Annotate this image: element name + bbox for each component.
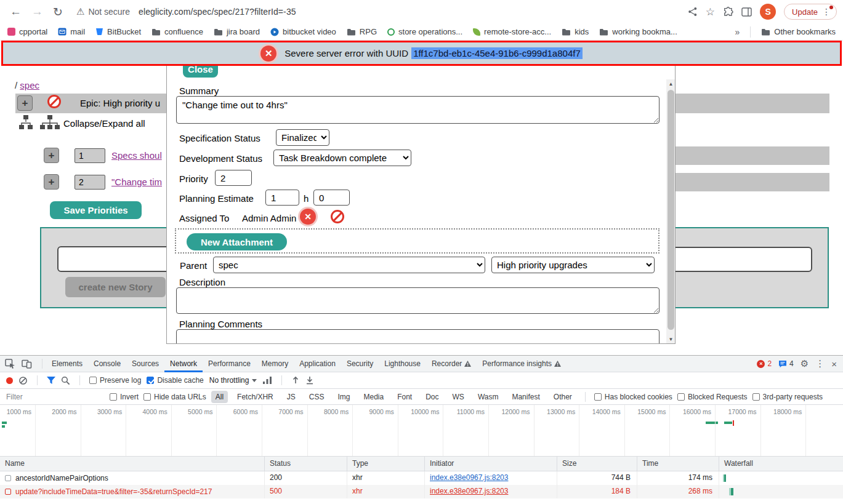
- tab-lighthouse[interactable]: Lighthouse: [379, 356, 426, 372]
- spec-row-2-link[interactable]: "Change tim: [111, 177, 162, 187]
- has-blocked-cookies-checkbox[interactable]: Has blocked cookies: [594, 393, 672, 401]
- create-new-story-button[interactable]: create new Story: [65, 277, 166, 297]
- preserve-log-checkbox[interactable]: Preserve log: [89, 376, 141, 385]
- parent-type-select[interactable]: spec: [213, 257, 485, 273]
- request-initiator-link[interactable]: index.e38e0967.js:8203: [430, 487, 508, 495]
- profile-avatar[interactable]: S: [760, 4, 776, 20]
- bookmark-working-bookmarks[interactable]: working bookma...: [599, 27, 677, 36]
- filter-type-js[interactable]: JS: [283, 391, 300, 403]
- side-panel-icon[interactable]: [741, 7, 752, 17]
- bookmark-remote-store[interactable]: remote-store-acc...: [473, 27, 551, 36]
- filter-type-media[interactable]: Media: [359, 391, 388, 403]
- network-conditions-icon[interactable]: [262, 376, 272, 385]
- console-errors-badge[interactable]: × 2: [757, 359, 772, 368]
- tab-elements[interactable]: Elements: [46, 356, 88, 372]
- save-priorities-button[interactable]: Save Priorities: [50, 201, 142, 219]
- search-icon[interactable]: [61, 376, 70, 385]
- new-story-title-input-right[interactable]: [654, 247, 812, 272]
- network-timeline[interactable]: 1000 ms2000 ms3000 ms4000 ms5000 ms6000 …: [0, 405, 843, 457]
- back-button[interactable]: ←: [10, 5, 22, 18]
- tab-sources[interactable]: Sources: [126, 356, 164, 372]
- bookmarks-overflow-chevron[interactable]: »: [735, 27, 740, 37]
- description-input[interactable]: [176, 287, 659, 314]
- epic-expand-plus-button[interactable]: +: [17, 95, 33, 111]
- bookmark-star-icon[interactable]: ☆: [706, 6, 715, 18]
- inspect-element-icon[interactable]: [5, 359, 15, 369]
- tab-console[interactable]: Console: [88, 356, 126, 372]
- priority-input[interactable]: [215, 170, 252, 186]
- site-security-indicator[interactable]: ⚠ Not secure: [76, 6, 130, 17]
- bookmark-mail[interactable]: mail: [58, 27, 85, 36]
- spec-row-1-plus-button[interactable]: +: [44, 148, 59, 163]
- parent-item-select[interactable]: High priority upgrades: [491, 257, 655, 273]
- tab-performance[interactable]: Performance: [203, 356, 256, 372]
- tab-recorder[interactable]: Recorder: [426, 356, 477, 372]
- bookmark-kids[interactable]: kids: [562, 27, 589, 36]
- summary-input[interactable]: [176, 96, 659, 124]
- bookmark-jira-board[interactable]: jira board: [214, 27, 260, 36]
- reload-button[interactable]: ↻: [53, 5, 63, 19]
- estimate-hours-input[interactable]: [265, 190, 299, 206]
- filter-type-all[interactable]: All: [211, 391, 228, 403]
- column-header-waterfall[interactable]: Waterfall: [719, 457, 843, 471]
- filter-type-wasm[interactable]: Wasm: [474, 391, 503, 403]
- assignee-prohibited-icon[interactable]: [331, 210, 344, 223]
- chrome-update-button[interactable]: Update ⋮: [784, 4, 837, 20]
- column-header-type[interactable]: Type: [347, 457, 425, 471]
- tab-application[interactable]: Application: [294, 356, 341, 372]
- specification-status-select[interactable]: Finalized: [276, 129, 329, 146]
- spec-row-1-link[interactable]: Specs shoul: [111, 150, 162, 161]
- request-initiator-link[interactable]: index.e38e0967.js:8203: [430, 473, 508, 482]
- expand-tree-icon[interactable]: [39, 114, 60, 134]
- forward-button[interactable]: →: [31, 5, 43, 18]
- tab-network[interactable]: Network: [164, 356, 203, 372]
- modal-scrollbar[interactable]: ▲ ▼: [666, 79, 676, 344]
- share-icon[interactable]: [688, 7, 698, 17]
- browser-menu-icon[interactable]: ⋮: [822, 7, 831, 16]
- filter-type-ws[interactable]: WS: [448, 391, 469, 403]
- bookmark-cpportal[interactable]: cpportal: [7, 27, 47, 36]
- throttling-dropdown[interactable]: No throttling: [209, 376, 257, 385]
- spec-row-1-priority-input[interactable]: [75, 148, 105, 163]
- spec-row-2-priority-input[interactable]: [75, 175, 105, 190]
- issues-badge[interactable]: 4: [778, 359, 794, 368]
- bookmark-store-operations[interactable]: store operations...: [387, 27, 462, 36]
- filter-type-manifest[interactable]: Manifest: [507, 391, 544, 403]
- invert-checkbox[interactable]: Invert: [110, 393, 139, 401]
- filter-type-fetch-xhr[interactable]: Fetch/XHR: [233, 391, 278, 403]
- collapse-tree-icon[interactable]: [18, 114, 33, 134]
- filter-type-other[interactable]: Other: [549, 391, 576, 403]
- filter-type-css[interactable]: CSS: [305, 391, 329, 403]
- column-header-time[interactable]: Time: [637, 457, 719, 471]
- record-network-log-button[interactable]: [6, 377, 13, 384]
- devtools-menu-icon[interactable]: ⋮: [815, 358, 825, 369]
- filter-type-doc[interactable]: Doc: [421, 391, 443, 403]
- filter-type-img[interactable]: Img: [333, 391, 354, 403]
- other-bookmarks-folder[interactable]: Other bookmarks: [761, 27, 836, 36]
- bookmark-rpg[interactable]: RPG: [347, 27, 377, 36]
- prohibited-icon[interactable]: [47, 95, 61, 108]
- breadcrumb-spec-link[interactable]: spec: [20, 80, 39, 90]
- scrollbar-thumb[interactable]: [668, 90, 674, 330]
- devtools-settings-gear-icon[interactable]: ⚙: [801, 358, 809, 369]
- filter-type-font[interactable]: Font: [393, 391, 416, 403]
- blocked-requests-checkbox[interactable]: Blocked Requests: [677, 393, 748, 401]
- tab-security[interactable]: Security: [341, 356, 379, 372]
- network-request-row[interactable]: ancestorIdNamePairOptions 200 xhr index.…: [0, 471, 843, 485]
- bookmark-bitbucket[interactable]: BitBucket: [95, 27, 141, 36]
- import-har-icon[interactable]: [291, 376, 300, 385]
- new-attachment-button[interactable]: New Attachment: [187, 233, 287, 250]
- disable-cache-checkbox[interactable]: Disable cache: [147, 376, 203, 385]
- new-story-title-input[interactable]: [57, 246, 174, 272]
- hide-data-urls-checkbox[interactable]: Hide data URLs: [143, 393, 206, 401]
- scroll-up-arrow[interactable]: ▲: [666, 79, 676, 89]
- column-header-size[interactable]: Size: [557, 457, 637, 471]
- remove-assignee-icon[interactable]: ✕: [300, 209, 316, 225]
- extensions-puzzle-icon[interactable]: [723, 7, 733, 17]
- spec-row-2-plus-button[interactable]: +: [44, 174, 59, 190]
- filter-input[interactable]: [6, 393, 105, 401]
- device-toolbar-icon[interactable]: [22, 359, 32, 369]
- scroll-down-arrow[interactable]: ▼: [666, 335, 676, 344]
- tab-performance-insights[interactable]: Performance insights: [477, 356, 567, 372]
- network-request-row-error[interactable]: update?includeTimeData=true&filter=-35&r…: [0, 485, 843, 498]
